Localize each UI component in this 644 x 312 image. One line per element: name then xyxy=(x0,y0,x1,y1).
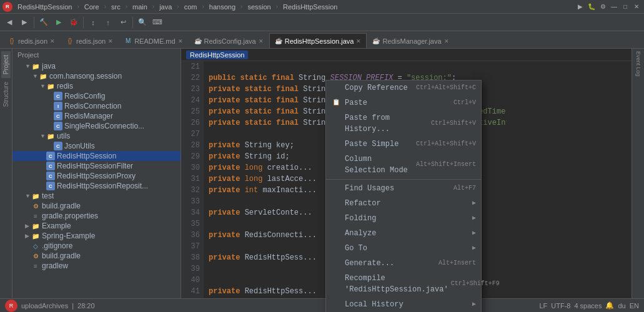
ctx-column-selection[interactable]: Column Selection Mode Alt+Shift+Insert xyxy=(326,152,481,178)
ctx-refactor[interactable]: Refactor ▶ xyxy=(326,196,481,211)
tree-label: RedisConnection xyxy=(64,102,121,110)
tab-readme[interactable]: M README.md ✕ xyxy=(119,33,188,48)
ctx-paste-history[interactable]: Paste from History... Ctrl+Shift+V xyxy=(326,110,481,137)
forward-btn[interactable]: ▶ xyxy=(17,16,31,29)
ctx-analyze[interactable]: Analyze ▶ xyxy=(326,226,481,241)
line-numbers: 21 22 23 24 25 26 27 28 29 30 31 32 33 3… xyxy=(181,61,204,312)
tree-item-gitignore[interactable]: ◇ .gitignore xyxy=(12,241,181,251)
event-log-icon[interactable]: Event Log xyxy=(635,51,642,77)
topbar-item-main[interactable]: main xyxy=(130,2,150,11)
tree-item-redishttpsession[interactable]: C RedisHttpSession xyxy=(12,151,181,161)
close-icon[interactable]: ✕ xyxy=(632,2,642,12)
run-btn[interactable]: ▶ xyxy=(52,16,66,29)
tree-item-redismanager[interactable]: C RedisManager xyxy=(12,111,181,121)
ctx-paste-simple[interactable]: Paste Simple Ctrl+Alt+Shift+V xyxy=(326,137,481,152)
structure-tab[interactable]: Structure xyxy=(1,78,11,111)
search-everywhere-btn[interactable]: 🔍 xyxy=(136,16,149,29)
tree-item-utils[interactable]: ▼ 📁 utils xyxy=(12,131,181,141)
tree-label: RedisHttpSessionFilter xyxy=(57,162,133,170)
tab-redis-json-1[interactable]: {} redis.json ✕ xyxy=(2,33,61,48)
tab-label: redis.json xyxy=(76,37,106,45)
tab-redismanager[interactable]: ☕ RedisManager.java ✕ xyxy=(367,33,454,48)
tree-item-spring-example[interactable]: ▶ 📁 Spring-Example xyxy=(12,231,181,241)
vcs-btn[interactable]: ↑ xyxy=(101,16,115,29)
app-logo: R xyxy=(2,2,12,12)
tab-close-icon[interactable]: ✕ xyxy=(356,38,361,44)
status-icon-3: EN xyxy=(630,302,639,310)
topbar-item-src[interactable]: src xyxy=(109,2,123,11)
revert-btn[interactable]: ↩ xyxy=(116,16,130,29)
tree-item-singleredis[interactable]: C SingleRedisConnectio... xyxy=(12,121,181,131)
back-btn[interactable]: ◀ xyxy=(2,16,16,29)
tab-close-icon[interactable]: ✕ xyxy=(444,38,449,44)
status-icon-1: 🔔 xyxy=(605,301,614,310)
topbar-item-class[interactable]: RedisHttpSession xyxy=(280,2,340,11)
settings-icon[interactable]: ⚙ xyxy=(598,2,608,12)
tree-item-jsonutils[interactable]: C JsonUtils xyxy=(12,141,181,151)
folder-icon: 📁 xyxy=(46,132,55,140)
topbar-item-hansong[interactable]: hansong xyxy=(207,2,238,11)
tree-item-repo[interactable]: C RedisHttpSessionReposit... xyxy=(12,181,181,191)
tree-label: build.gradle xyxy=(42,202,81,210)
tree-item-proxy[interactable]: C RedisHttpSessionProxy xyxy=(12,171,181,181)
ctx-paste[interactable]: 📋 Paste Ctrl+V xyxy=(326,95,481,110)
submenu-arrow: ▶ xyxy=(472,228,476,239)
minimize-icon[interactable]: — xyxy=(609,2,619,12)
tree-item-test[interactable]: ▼ 📁 test xyxy=(12,191,181,201)
indent-label[interactable]: 4 spaces xyxy=(574,302,602,310)
topbar-item-com[interactable]: com xyxy=(182,2,200,11)
tree-item-build2[interactable]: ⚙ build.gradle xyxy=(12,251,181,261)
tab-close-icon[interactable]: ✕ xyxy=(50,38,55,44)
main-layout: Project Structure Project ▼ 📁 java ▼ 📁 c… xyxy=(0,49,644,312)
ctx-recompile[interactable]: Recompile 'RedisHttpSession.java' Ctrl+S… xyxy=(326,271,481,297)
topbar-item-session[interactable]: session xyxy=(245,2,273,11)
tree-item-redisconnection[interactable]: I RedisConnection xyxy=(12,101,181,111)
class-icon: C xyxy=(46,162,55,170)
tree-item-example[interactable]: ▶ 📁 Example xyxy=(12,221,181,231)
status-logo[interactable]: R xyxy=(5,300,17,312)
topbar-item-java[interactable]: java xyxy=(157,2,174,11)
tab-redis-json-2[interactable]: {} redis.json ✕ xyxy=(61,33,119,48)
tree-item-filter[interactable]: C RedisHttpSessionFilter xyxy=(12,161,181,171)
maximize-icon[interactable]: □ xyxy=(620,2,630,12)
git-btn[interactable]: ↕ xyxy=(86,16,100,29)
ctx-folding[interactable]: Folding ▶ xyxy=(326,211,481,226)
topbar-item-core[interactable]: Core xyxy=(82,2,102,11)
ctx-find-usages[interactable]: Find Usages Alt+F7 xyxy=(326,181,481,196)
ctx-copy-reference[interactable]: Copy Reference Ctrl+Alt+Shift+C xyxy=(326,80,481,95)
tree-item-com-hansong[interactable]: ▼ 📁 com.hansong.session xyxy=(12,71,181,81)
tree-item-build[interactable]: ⚙ build.gradle xyxy=(12,201,181,211)
terminal-btn[interactable]: ⌨ xyxy=(151,16,164,29)
debug-btn[interactable]: 🐞 xyxy=(67,16,81,29)
tree-item-redis[interactable]: ▼ 📁 redis xyxy=(12,81,181,91)
tab-close-icon[interactable]: ✕ xyxy=(259,38,264,44)
tree-label: SingleRedisConnectio... xyxy=(64,122,144,130)
tree-item-gradlew[interactable]: ≡ gradlew xyxy=(12,261,181,271)
build-btn[interactable]: 🔨 xyxy=(37,16,51,29)
editor-code[interactable]: public static final String SESSION_PREFI… xyxy=(204,61,507,312)
java-icon: ☕ xyxy=(275,37,282,45)
right-sidebar: Event Log xyxy=(632,49,644,312)
ctx-generate[interactable]: Generate... Alt+Insert xyxy=(326,256,481,271)
class-icon: C xyxy=(54,122,62,130)
project-tab[interactable]: Project xyxy=(1,51,11,78)
topbar-item-app[interactable]: RedisHttpSession xyxy=(15,2,74,11)
encoding-label[interactable]: UTF-8 xyxy=(551,302,570,310)
git-branch[interactable]: uploadArchives xyxy=(21,302,68,310)
tab-close-icon[interactable]: ✕ xyxy=(178,38,183,44)
tree-label: JsonUtils xyxy=(64,142,95,150)
tab-redisconfig[interactable]: ☕ RedisConfig.java ✕ xyxy=(189,33,269,48)
debug-icon[interactable]: 🐛 xyxy=(587,2,597,12)
line-separator[interactable]: LF xyxy=(539,302,547,310)
tree-item-java[interactable]: ▼ 📁 java xyxy=(12,61,181,71)
context-menu: Copy Reference Ctrl+Alt+Shift+C 📋 Paste … xyxy=(325,80,482,312)
tab-close-icon[interactable]: ✕ xyxy=(108,38,113,44)
tree-item-redisconfig[interactable]: C RedisConfig xyxy=(12,91,181,101)
tab-redishttpsession[interactable]: ☕ RedisHttpSession.java ✕ xyxy=(269,33,367,48)
ctx-local-history[interactable]: Local History ▶ xyxy=(326,297,481,312)
ctx-goto[interactable]: Go To ▶ xyxy=(326,241,481,256)
run-icon[interactable]: ▶ xyxy=(575,2,585,12)
file-icon: ⚙ xyxy=(31,251,40,260)
tree-label: build.gradle xyxy=(42,251,81,260)
tree-item-gradle-props[interactable]: ≡ gradle.properties xyxy=(12,211,181,221)
